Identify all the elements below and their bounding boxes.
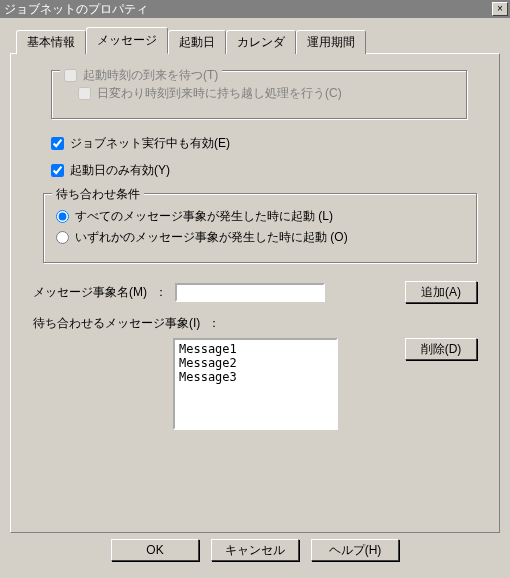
group-wait-start-time-legend: 起動時刻の到来を待つ(T): [60, 67, 222, 84]
message-listbox[interactable]: Message1 Message2 Message3: [173, 338, 338, 430]
during-exec-checkbox[interactable]: [51, 137, 64, 150]
ok-button[interactable]: OK: [111, 539, 199, 561]
msg-name-label: メッセージ事象名(M): [33, 284, 147, 301]
colon2: ：: [208, 313, 220, 332]
row-only-start-day: 起動日のみ有効(Y): [51, 162, 477, 179]
radio-all-label: すべてのメッセージ事象が発生した時に起動 (L): [75, 208, 333, 225]
tab-start-date[interactable]: 起動日: [168, 30, 226, 54]
wait-start-time-label: 起動時刻の到来を待つ(T): [83, 67, 218, 84]
cancel-button[interactable]: キャンセル: [211, 539, 299, 561]
colon1: ：: [155, 284, 167, 301]
list-item[interactable]: Message1: [179, 342, 332, 356]
group-wait-start-time: 起動時刻の到来を待つ(T) 日変わり時刻到来時に持ち越し処理を行う(C): [51, 70, 467, 119]
radio-any[interactable]: [56, 231, 69, 244]
msg-name-input[interactable]: [175, 283, 325, 302]
tab-panel: 起動時刻の到来を待つ(T) 日変わり時刻到来時に持ち越し処理を行う(C) ジョブ…: [10, 53, 500, 533]
list-item[interactable]: Message2: [179, 356, 332, 370]
row-wait-list: 待ち合わせるメッセージ事象(I) ：: [33, 313, 477, 332]
window-title: ジョブネットのプロパティ: [4, 0, 148, 18]
only-start-day-checkbox[interactable]: [51, 164, 64, 177]
tab-message[interactable]: メッセージ: [86, 27, 168, 54]
delete-button[interactable]: 削除(D): [405, 338, 477, 360]
footer-buttons: OK キャンセル ヘルプ(H): [10, 533, 500, 571]
radio-row-any: いずれかのメッセージ事象が発生した時に起動 (O): [56, 229, 464, 246]
dialog-body: 基本情報 メッセージ 起動日 カレンダ 運用期間 起動時刻の到来を待つ(T) 日…: [0, 18, 510, 578]
tab-calendar[interactable]: カレンダ: [226, 30, 296, 54]
carryover-label: 日変わり時刻到来時に持ち越し処理を行う(C): [97, 85, 342, 102]
during-exec-label: ジョブネット実行中も有効(E): [70, 135, 230, 152]
group-wait-condition-legend: 待ち合わせ条件: [52, 186, 144, 203]
radio-all[interactable]: [56, 210, 69, 223]
group-wait-condition: 待ち合わせ条件 すべてのメッセージ事象が発生した時に起動 (L) いずれかのメッ…: [43, 193, 477, 263]
carryover-checkbox: [78, 87, 91, 100]
row-during-exec: ジョブネット実行中も有効(E): [51, 135, 477, 152]
radio-any-label: いずれかのメッセージ事象が発生した時に起動 (O): [75, 229, 348, 246]
only-start-day-label: 起動日のみ有効(Y): [70, 162, 170, 179]
tab-operation-period[interactable]: 運用期間: [296, 30, 366, 54]
add-button[interactable]: 追加(A): [405, 281, 477, 303]
list-item[interactable]: Message3: [179, 370, 332, 384]
carryover-row: 日変わり時刻到来時に持ち越し処理を行う(C): [78, 85, 454, 102]
wait-start-time-checkbox: [64, 69, 77, 82]
wait-list-label: 待ち合わせるメッセージ事象(I): [33, 313, 200, 332]
row-msg-name: メッセージ事象名(M) ： 追加(A): [33, 281, 477, 303]
radio-row-all: すべてのメッセージ事象が発生した時に起動 (L): [56, 208, 464, 225]
help-button[interactable]: ヘルプ(H): [311, 539, 399, 561]
title-bar: ジョブネットのプロパティ ×: [0, 0, 510, 18]
tab-strip: 基本情報 メッセージ 起動日 カレンダ 運用期間: [10, 26, 500, 53]
close-button[interactable]: ×: [492, 2, 508, 16]
tab-basic-info[interactable]: 基本情報: [16, 30, 86, 54]
